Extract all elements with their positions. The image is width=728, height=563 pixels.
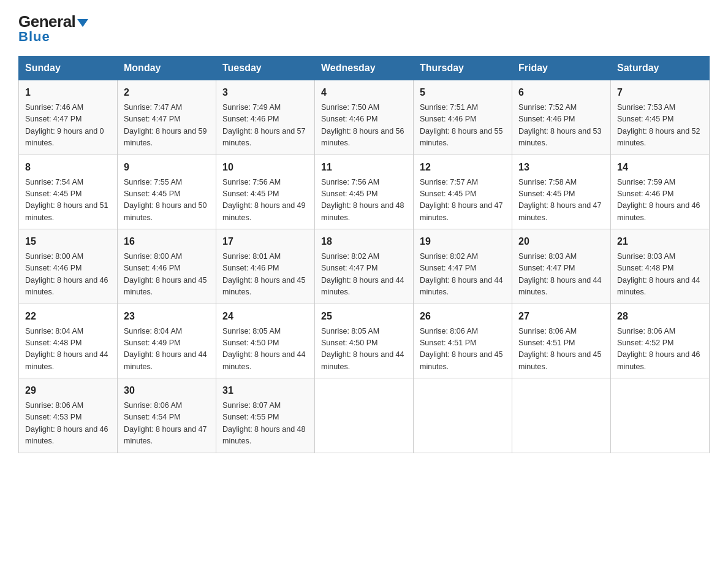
day-info: Sunrise: 8:06 AMSunset: 4:52 PMDaylight:… — [617, 326, 703, 373]
header-cell-friday: Friday — [512, 56, 611, 80]
day-number: 25 — [321, 309, 407, 324]
day-info: Sunrise: 8:01 AMSunset: 4:46 PMDaylight:… — [222, 251, 308, 299]
day-number: 28 — [617, 309, 703, 324]
day-number: 4 — [321, 85, 407, 100]
day-number: 5 — [420, 85, 506, 100]
day-info: Sunrise: 7:56 AMSunset: 4:45 PMDaylight:… — [222, 177, 308, 224]
day-info: Sunrise: 7:58 AMSunset: 4:45 PMDaylight:… — [518, 177, 604, 224]
day-number: 21 — [617, 234, 703, 249]
calendar-cell: 9Sunrise: 7:55 AMSunset: 4:45 PMDaylight… — [118, 155, 216, 229]
calendar-cell: 18Sunrise: 8:02 AMSunset: 4:47 PMDayligh… — [315, 229, 414, 304]
day-number: 2 — [124, 85, 210, 100]
day-info: Sunrise: 8:03 AMSunset: 4:47 PMDaylight:… — [518, 251, 604, 299]
calendar-cell: 21Sunrise: 8:03 AMSunset: 4:48 PMDayligh… — [611, 229, 710, 304]
calendar-cell: 11Sunrise: 7:56 AMSunset: 4:45 PMDayligh… — [315, 155, 414, 229]
day-info: Sunrise: 7:53 AMSunset: 4:45 PMDaylight:… — [617, 102, 703, 150]
calendar-cell: 31Sunrise: 8:07 AMSunset: 4:55 PMDayligh… — [216, 378, 315, 453]
header-cell-monday: Monday — [118, 56, 216, 80]
day-info: Sunrise: 7:52 AMSunset: 4:46 PMDaylight:… — [518, 102, 604, 150]
day-info: Sunrise: 8:03 AMSunset: 4:48 PMDaylight:… — [617, 251, 703, 299]
day-number: 29 — [25, 383, 111, 398]
calendar-header: SundayMondayTuesdayWednesdayThursdayFrid… — [19, 56, 710, 80]
day-info: Sunrise: 8:05 AMSunset: 4:50 PMDaylight:… — [222, 326, 308, 373]
day-info: Sunrise: 8:00 AMSunset: 4:46 PMDaylight:… — [25, 251, 111, 299]
day-info: Sunrise: 8:00 AMSunset: 4:46 PMDaylight:… — [124, 251, 210, 299]
calendar-cell — [512, 378, 611, 453]
day-info: Sunrise: 7:46 AMSunset: 4:47 PMDaylight:… — [25, 102, 111, 150]
day-info: Sunrise: 8:04 AMSunset: 4:49 PMDaylight:… — [124, 326, 210, 373]
day-info: Sunrise: 7:57 AMSunset: 4:45 PMDaylight:… — [420, 177, 506, 224]
calendar-cell: 22Sunrise: 8:04 AMSunset: 4:48 PMDayligh… — [19, 304, 118, 378]
day-number: 17 — [222, 234, 308, 249]
day-number: 3 — [222, 85, 308, 100]
day-number: 27 — [518, 309, 604, 324]
calendar-cell: 10Sunrise: 7:56 AMSunset: 4:45 PMDayligh… — [216, 155, 315, 229]
day-info: Sunrise: 8:06 AMSunset: 4:54 PMDaylight:… — [124, 400, 210, 448]
calendar-cell: 23Sunrise: 8:04 AMSunset: 4:49 PMDayligh… — [118, 304, 216, 378]
day-number: 19 — [420, 234, 506, 249]
calendar-cell: 7Sunrise: 7:53 AMSunset: 4:45 PMDaylight… — [611, 80, 710, 155]
day-number: 16 — [124, 234, 210, 249]
day-number: 12 — [420, 160, 506, 175]
calendar-cell: 20Sunrise: 8:03 AMSunset: 4:47 PMDayligh… — [512, 229, 611, 304]
day-info: Sunrise: 8:07 AMSunset: 4:55 PMDaylight:… — [222, 400, 308, 448]
day-info: Sunrise: 8:06 AMSunset: 4:53 PMDaylight:… — [25, 400, 111, 448]
day-number: 13 — [518, 160, 604, 175]
logo: General Blue — [18, 12, 88, 45]
day-number: 7 — [617, 85, 703, 100]
day-info: Sunrise: 8:06 AMSunset: 4:51 PMDaylight:… — [420, 326, 506, 373]
day-number: 6 — [518, 85, 604, 100]
calendar-cell: 3Sunrise: 7:49 AMSunset: 4:46 PMDaylight… — [216, 80, 315, 155]
calendar-cell: 27Sunrise: 8:06 AMSunset: 4:51 PMDayligh… — [512, 304, 611, 378]
header-cell-tuesday: Tuesday — [216, 56, 315, 80]
day-number: 15 — [25, 234, 111, 249]
calendar-cell: 24Sunrise: 8:05 AMSunset: 4:50 PMDayligh… — [216, 304, 315, 378]
day-number: 11 — [321, 160, 407, 175]
calendar-cell — [611, 378, 710, 453]
calendar-cell: 6Sunrise: 7:52 AMSunset: 4:46 PMDaylight… — [512, 80, 611, 155]
day-number: 18 — [321, 234, 407, 249]
header-cell-saturday: Saturday — [611, 56, 710, 80]
day-number: 20 — [518, 234, 604, 249]
calendar-cell — [414, 378, 512, 453]
calendar-cell: 26Sunrise: 8:06 AMSunset: 4:51 PMDayligh… — [414, 304, 512, 378]
day-number: 23 — [124, 309, 210, 324]
calendar-cell: 25Sunrise: 8:05 AMSunset: 4:50 PMDayligh… — [315, 304, 414, 378]
day-info: Sunrise: 7:54 AMSunset: 4:45 PMDaylight:… — [25, 177, 111, 224]
day-info: Sunrise: 7:56 AMSunset: 4:45 PMDaylight:… — [321, 177, 407, 224]
day-info: Sunrise: 8:02 AMSunset: 4:47 PMDaylight:… — [321, 251, 407, 299]
calendar-cell: 4Sunrise: 7:50 AMSunset: 4:46 PMDaylight… — [315, 80, 414, 155]
day-info: Sunrise: 7:51 AMSunset: 4:46 PMDaylight:… — [420, 102, 506, 150]
day-info: Sunrise: 7:59 AMSunset: 4:46 PMDaylight:… — [617, 177, 703, 224]
week-row-4: 22Sunrise: 8:04 AMSunset: 4:48 PMDayligh… — [19, 304, 710, 378]
day-number: 14 — [617, 160, 703, 175]
day-number: 1 — [25, 85, 111, 100]
day-info: Sunrise: 7:50 AMSunset: 4:46 PMDaylight:… — [321, 102, 407, 150]
header-row: SundayMondayTuesdayWednesdayThursdayFrid… — [19, 56, 710, 80]
day-number: 26 — [420, 309, 506, 324]
calendar-cell: 28Sunrise: 8:06 AMSunset: 4:52 PMDayligh… — [611, 304, 710, 378]
day-info: Sunrise: 7:49 AMSunset: 4:46 PMDaylight:… — [222, 102, 308, 150]
day-number: 30 — [124, 383, 210, 398]
week-row-3: 15Sunrise: 8:00 AMSunset: 4:46 PMDayligh… — [19, 229, 710, 304]
calendar-cell: 30Sunrise: 8:06 AMSunset: 4:54 PMDayligh… — [118, 378, 216, 453]
calendar-cell: 2Sunrise: 7:47 AMSunset: 4:47 PMDaylight… — [118, 80, 216, 155]
logo-blue-text: Blue — [18, 29, 50, 45]
day-number: 10 — [222, 160, 308, 175]
calendar-cell: 16Sunrise: 8:00 AMSunset: 4:46 PMDayligh… — [118, 229, 216, 304]
day-info: Sunrise: 7:55 AMSunset: 4:45 PMDaylight:… — [124, 177, 210, 224]
day-info: Sunrise: 8:06 AMSunset: 4:51 PMDaylight:… — [518, 326, 604, 373]
day-info: Sunrise: 8:02 AMSunset: 4:47 PMDaylight:… — [420, 251, 506, 299]
calendar-cell: 1Sunrise: 7:46 AMSunset: 4:47 PMDaylight… — [19, 80, 118, 155]
calendar-cell: 8Sunrise: 7:54 AMSunset: 4:45 PMDaylight… — [19, 155, 118, 229]
calendar-table: SundayMondayTuesdayWednesdayThursdayFrid… — [18, 56, 710, 453]
calendar-cell: 13Sunrise: 7:58 AMSunset: 4:45 PMDayligh… — [512, 155, 611, 229]
header-cell-wednesday: Wednesday — [315, 56, 414, 80]
calendar-cell: 14Sunrise: 7:59 AMSunset: 4:46 PMDayligh… — [611, 155, 710, 229]
day-number: 22 — [25, 309, 111, 324]
page-header: General Blue — [18, 12, 710, 45]
day-number: 31 — [222, 383, 308, 398]
day-number: 8 — [25, 160, 111, 175]
day-number: 24 — [222, 309, 308, 324]
week-row-1: 1Sunrise: 7:46 AMSunset: 4:47 PMDaylight… — [19, 80, 710, 155]
